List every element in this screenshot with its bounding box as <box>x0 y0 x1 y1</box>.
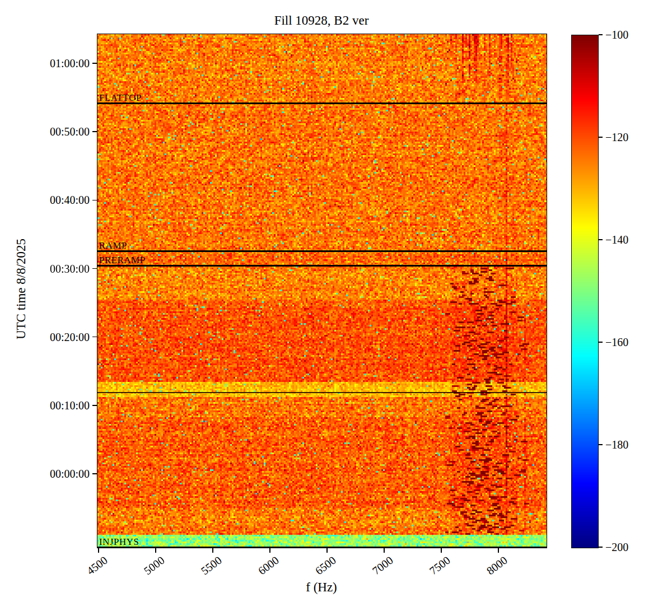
beam-mode-line-flattop <box>97 102 547 104</box>
y-tick-label: 00:40:00 <box>0 193 90 207</box>
colorbar-tick-mark <box>599 239 603 240</box>
x-tick-mark <box>441 548 442 553</box>
x-tick-mark <box>384 548 385 553</box>
x-tick-mark <box>326 548 328 553</box>
y-tick-mark <box>92 337 97 338</box>
y-tick-mark <box>92 63 97 64</box>
y-tick-mark <box>92 268 97 269</box>
colorbar-tick-label: −160 <box>605 335 667 349</box>
colorbar <box>571 35 599 548</box>
x-tick-mark <box>155 548 156 553</box>
x-tick-mark <box>498 548 499 553</box>
x-tick-mark <box>98 548 99 553</box>
y-tick-label: 00:50:00 <box>0 124 90 139</box>
beam-mode-label-injphys: INJPHYS <box>99 536 139 547</box>
colorbar-tick-label: −200 <box>605 540 667 554</box>
beam-mode-label-ramp: RAMP <box>99 240 127 251</box>
spectrogram-heatmap <box>97 34 547 548</box>
colorbar-tick-mark <box>599 137 603 138</box>
colorbar-tick-label: −120 <box>605 130 667 144</box>
colorbar-tick-mark <box>599 444 603 445</box>
beam-mode-line-injphys <box>97 547 547 548</box>
x-tick-mark <box>212 548 213 553</box>
y-tick-mark <box>92 473 97 474</box>
x-tick-mark <box>269 548 270 553</box>
y-axis-title: UTC time 8/8/2025 <box>14 239 29 339</box>
beam-mode-label-preramp: PRERAMP <box>99 255 146 265</box>
y-tick-mark <box>92 131 97 132</box>
y-tick-mark <box>92 405 97 406</box>
colorbar-tick-mark <box>599 342 603 343</box>
y-tick-label: 00:30:00 <box>0 262 90 276</box>
beam-mode-line-preramp <box>97 265 547 267</box>
y-tick-label: 00:20:00 <box>0 330 90 344</box>
unlabeled-event-line <box>97 392 547 393</box>
spectrogram-figure: Fill 10928, B2 ver UTC time 8/8/2025 f (… <box>0 0 672 616</box>
chart-title: Fill 10928, B2 ver <box>97 13 546 28</box>
colorbar-tick-mark <box>599 547 603 548</box>
beam-mode-label-flattop: FLATTOP <box>99 92 142 103</box>
plot-area: FLATTOPRAMPPRERAMPINJPHYS <box>97 34 547 548</box>
colorbar-tick-label: −180 <box>605 437 667 452</box>
colorbar-tick-mark <box>599 34 603 35</box>
y-tick-mark <box>92 200 97 201</box>
y-tick-label: 01:00:00 <box>0 56 90 71</box>
colorbar-gradient <box>572 35 598 548</box>
colorbar-tick-label: −140 <box>605 232 667 247</box>
colorbar-tick-label: −100 <box>605 27 667 42</box>
y-tick-label: 00:10:00 <box>0 398 90 413</box>
beam-mode-line-ramp <box>97 250 547 252</box>
y-tick-label: 00:00:00 <box>0 466 90 481</box>
